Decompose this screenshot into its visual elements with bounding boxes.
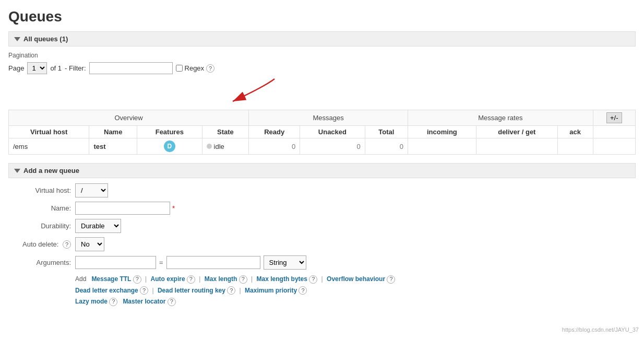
- cell-features: D: [137, 138, 202, 155]
- name-row: Name: *: [8, 202, 636, 215]
- state-text: idle: [214, 143, 224, 150]
- header-name: Name: [89, 126, 137, 138]
- cell-total: 0: [365, 138, 408, 155]
- header-empty: [593, 126, 635, 138]
- all-queues-section-header: All queues (1): [8, 31, 636, 46]
- max-length-bytes-help-icon[interactable]: ?: [309, 275, 317, 284]
- header-virtual-host: Virtual host: [9, 126, 89, 138]
- arrow-svg: [170, 76, 327, 105]
- cell-incoming: [408, 138, 476, 155]
- col-group-message-rates: Message rates: [408, 110, 593, 126]
- argument-value-input[interactable]: [166, 256, 260, 269]
- quick-link-dead-letter-exchange[interactable]: Dead letter exchange: [75, 287, 138, 294]
- filter-label: - Filter:: [65, 64, 86, 72]
- quick-link-max-length-bytes[interactable]: Max length bytes: [257, 275, 307, 283]
- auto-delete-row: Auto delete: ? No Yes: [8, 237, 636, 251]
- regex-help-icon[interactable]: ?: [206, 64, 214, 73]
- pipe-3: |: [251, 275, 253, 283]
- required-star: *: [172, 204, 175, 212]
- quick-link-dead-letter-routing-key[interactable]: Dead letter routing key: [158, 287, 225, 294]
- pipe-2: |: [199, 275, 200, 283]
- header-incoming: incoming: [408, 126, 476, 138]
- name-input[interactable]: [75, 202, 170, 215]
- pipe-6: |: [240, 287, 241, 294]
- add-queue-label: Add a new queue: [23, 167, 79, 174]
- regex-checkbox[interactable]: [176, 65, 183, 72]
- auto-delete-help-icon[interactable]: ?: [63, 240, 71, 249]
- arguments-row: Arguments: = String Number Boolean List: [8, 255, 636, 270]
- message-ttl-help-icon[interactable]: ?: [133, 275, 141, 284]
- collapse-icon[interactable]: [14, 37, 20, 41]
- all-queues-label: All queues (1): [23, 35, 68, 43]
- page-label: Page: [8, 64, 24, 72]
- auto-delete-select[interactable]: No Yes: [75, 237, 104, 251]
- plus-minus-button[interactable]: +/-: [606, 112, 622, 123]
- arguments-label: Arguments:: [8, 259, 71, 266]
- plus-minus-btn[interactable]: +/-: [593, 110, 635, 126]
- virtual-host-select[interactable]: / /ems: [75, 183, 108, 197]
- overflow-behaviour-help-icon[interactable]: ?: [387, 275, 395, 284]
- col-group-overview: Overview: [9, 110, 249, 126]
- auto-expire-help-icon[interactable]: ?: [187, 275, 195, 284]
- cell-virtual-host: /ems: [9, 138, 89, 155]
- state-idle: idle: [207, 143, 245, 150]
- regex-check-group: Regex ?: [176, 64, 215, 73]
- filter-input[interactable]: [89, 62, 173, 74]
- cell-name[interactable]: test: [89, 138, 137, 155]
- virtual-host-row: Virtual host: / /ems: [8, 183, 636, 197]
- pipe-4: |: [321, 275, 323, 283]
- pagination-row: Page 1 of 1 - Filter: Regex ?: [8, 62, 636, 74]
- durability-label: Durability:: [8, 222, 71, 230]
- durability-row: Durability: Durable Transient: [8, 219, 636, 233]
- virtual-host-label: Virtual host:: [8, 187, 71, 194]
- arguments-inputs: = String Number Boolean List: [75, 255, 306, 270]
- dead-letter-exchange-help-icon[interactable]: ?: [140, 286, 148, 295]
- cell-state: idle: [202, 138, 249, 155]
- cell-ready: 0: [249, 138, 300, 155]
- header-total: Total: [365, 126, 408, 138]
- arrow-annotation: [8, 81, 636, 108]
- feature-badge-d: D: [164, 141, 175, 152]
- header-unacked: Unacked: [300, 126, 365, 138]
- header-features: Features: [137, 126, 202, 138]
- pipe-1: |: [145, 275, 147, 283]
- of-label: of 1: [50, 64, 62, 72]
- page-select[interactable]: 1: [27, 62, 47, 74]
- argument-key-input[interactable]: [75, 256, 156, 269]
- master-locator-help-icon[interactable]: ?: [168, 298, 176, 306]
- pipe-5: |: [152, 287, 153, 294]
- add-queue-form: Virtual host: / /ems Name: * Durability:…: [8, 183, 636, 308]
- add-label: Add: [75, 275, 86, 283]
- quick-link-master-locator[interactable]: Master locator: [123, 298, 165, 305]
- cell-unacked: 0: [300, 138, 365, 155]
- cell-deliver-get: [476, 138, 557, 155]
- quick-link-lazy-mode[interactable]: Lazy mode: [75, 298, 108, 305]
- maximum-priority-help-icon[interactable]: ?: [299, 286, 307, 295]
- quick-link-auto-expire[interactable]: Auto expire: [151, 275, 185, 283]
- dead-letter-routing-key-help-icon[interactable]: ?: [227, 286, 235, 295]
- quick-links: Add Message TTL ? | Auto expire ? | Max …: [75, 274, 636, 308]
- max-length-help-icon[interactable]: ?: [239, 275, 247, 284]
- add-queue-collapse-icon[interactable]: [14, 169, 20, 173]
- state-dot: [207, 144, 212, 149]
- auto-delete-label: Auto delete: ?: [8, 240, 71, 249]
- quick-link-max-length[interactable]: Max length: [205, 275, 237, 283]
- durability-select[interactable]: Durable Transient: [75, 219, 121, 233]
- header-state: State: [202, 126, 249, 138]
- table-row: /ems test D idle 0 0 0: [9, 138, 636, 155]
- quick-link-overflow-behaviour[interactable]: Overflow behaviour: [327, 275, 385, 283]
- regex-label: Regex: [185, 64, 205, 72]
- pagination-label: Pagination: [8, 52, 636, 59]
- quick-link-message-ttl[interactable]: Message TTL: [91, 275, 131, 283]
- quick-link-maximum-priority[interactable]: Maximum priority: [245, 287, 297, 294]
- auto-delete-text: Auto delete:: [22, 240, 58, 248]
- header-ack: ack: [557, 126, 593, 138]
- header-ready: Ready: [249, 126, 300, 138]
- header-deliver-get: deliver / get: [476, 126, 557, 138]
- argument-type-select[interactable]: String Number Boolean List: [264, 255, 306, 270]
- queue-table: Overview Messages Message rates +/- Virt…: [8, 110, 636, 155]
- col-group-messages: Messages: [249, 110, 408, 126]
- lazy-mode-help-icon[interactable]: ?: [109, 298, 117, 306]
- cell-extra: [593, 138, 635, 155]
- add-queue-section-header: Add a new queue: [8, 163, 636, 178]
